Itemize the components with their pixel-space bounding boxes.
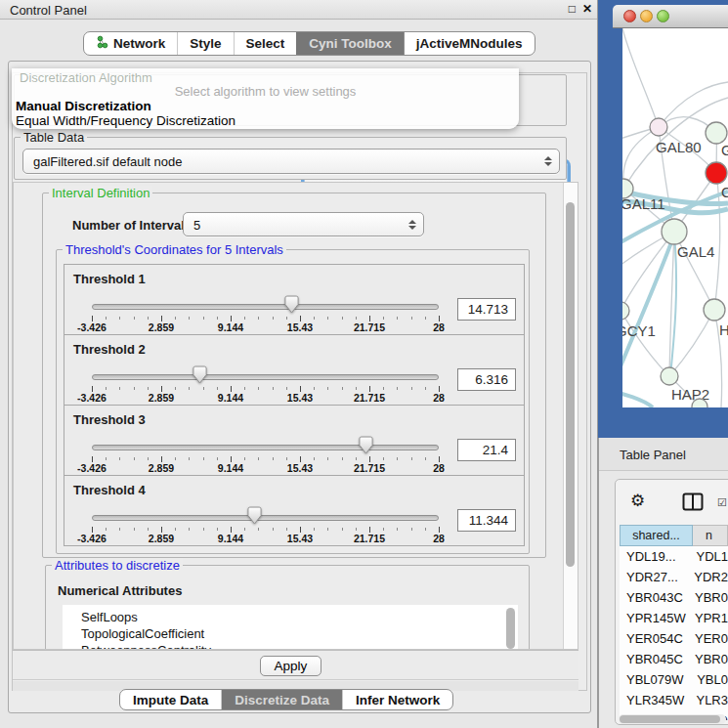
tab-impute-data[interactable]: Impute Data <box>120 690 221 709</box>
threshold-slider[interactable] <box>92 436 439 455</box>
column-header-shared-name[interactable]: shared... <box>620 525 693 546</box>
dropdown-option-manual-discretization[interactable]: Manual Discretization <box>16 99 151 113</box>
tab-style[interactable]: Style <box>177 32 233 55</box>
tab-label: Select <box>246 36 285 51</box>
attribute-list-scrollbar[interactable] <box>506 608 515 649</box>
network-node-gal80[interactable] <box>650 118 667 136</box>
tab-network[interactable]: Network <box>84 32 177 55</box>
slider-thumb-icon[interactable] <box>284 295 299 314</box>
algorithm-group-legend-ghost: Discretization Algorithm <box>20 70 152 85</box>
cell-name[interactable]: YDL1 <box>687 546 728 567</box>
slider-track[interactable] <box>92 374 439 380</box>
cell-shared-name[interactable]: YBR045C <box>620 649 686 669</box>
network-node-h[interactable] <box>704 299 725 321</box>
cell-shared-name[interactable]: YBR043C <box>620 587 686 608</box>
tab-select[interactable]: Select <box>234 32 297 55</box>
control-panel: Control Panel □ ✕ NetworkStyleSelectCyni… <box>0 0 598 728</box>
slider-track[interactable] <box>92 515 439 521</box>
table-horizontal-scrollbar-thumb[interactable] <box>620 715 720 723</box>
slider-tick-labels: -3.4262.8599.14415.4321.71528 <box>92 321 439 333</box>
cell-shared-name[interactable]: YBL079W <box>620 669 688 690</box>
gear-icon[interactable]: ⚙ <box>630 491 645 511</box>
slider-thumb-icon[interactable] <box>193 365 207 384</box>
apply-button[interactable]: Apply <box>260 656 322 676</box>
minor-tick <box>175 387 176 390</box>
network-node-gcy1[interactable] <box>622 302 629 320</box>
table-row[interactable]: YLR345WYLR3 <box>620 690 728 710</box>
threshold-value-field[interactable]: 14.713 <box>457 298 516 321</box>
slider-track[interactable] <box>92 445 439 450</box>
threshold-value-field[interactable]: 11.344 <box>457 509 516 532</box>
cell-shared-name[interactable]: YPR145W <box>620 608 686 628</box>
network-node-hap2[interactable] <box>661 367 678 385</box>
slider-thumb-icon[interactable] <box>359 436 373 454</box>
float-window-icon[interactable]: □ <box>569 2 576 16</box>
cell-shared-name[interactable]: YDR27... <box>620 567 685 587</box>
minor-tick <box>342 457 343 460</box>
network-window-titlebar[interactable] <box>613 5 728 28</box>
attributes-group-legend: Attributes to discretize <box>52 558 183 573</box>
close-icon[interactable]: ✕ <box>582 2 592 16</box>
table-row[interactable]: YDR27...YDR2 <box>620 567 728 587</box>
attribute-item-topologicalcoefficient[interactable]: TopologicalCoefficient <box>63 625 518 642</box>
minimize-traffic-light-icon[interactable] <box>640 10 653 22</box>
minor-tick <box>425 528 426 531</box>
close-traffic-light-icon[interactable] <box>623 10 636 22</box>
network-node-c[interactable] <box>706 162 727 184</box>
network-node-gal4[interactable] <box>662 219 687 244</box>
table-row[interactable]: YBR045CYBR0 <box>620 649 728 669</box>
cell-name[interactable]: YLR3 <box>687 690 728 710</box>
table-row[interactable]: YBR043CYBR0 <box>620 587 728 608</box>
tick-label: -3.426 <box>77 533 107 544</box>
cell-shared-name[interactable]: YLR345W <box>620 690 687 710</box>
network-canvas[interactable]: GAL80GCGAL11GAL4GCY1HHAP2 <box>622 28 728 407</box>
checkbox-filter-icons[interactable]: ☑☑ <box>717 496 728 509</box>
threshold-value-field[interactable]: 6.316 <box>457 368 516 391</box>
table-row[interactable]: YPR145WYPR1 <box>620 608 728 628</box>
settings-scrollbar[interactable] <box>563 183 578 649</box>
table-row[interactable]: YER054CYER0 <box>620 628 728 649</box>
table-row[interactable]: YDL19...YDL1 <box>620 546 728 567</box>
table-data-combobox[interactable]: galFiltered.sif default node <box>22 149 560 174</box>
number-of-intervals-combobox[interactable]: 5 <box>183 212 424 236</box>
cell-name[interactable]: YBR0 <box>686 649 728 669</box>
attribute-item-selfloops[interactable]: SelfLoops <box>63 609 518 625</box>
attribute-list[interactable]: SelfLoopsTopologicalCoefficientBetweenne… <box>63 605 518 650</box>
threshold-slider[interactable] <box>92 365 439 385</box>
threshold-row: Threshold 4 -3.4262.8599.14415.4321.7152… <box>64 475 525 546</box>
minor-tick <box>119 387 120 390</box>
cell-name[interactable]: YPR1 <box>686 608 728 628</box>
tab-cyni-toolbox[interactable]: Cyni Toolbox <box>296 32 404 55</box>
dropdown-option-equal-width-frequency[interactable]: Equal Width/Frequency Discretization <box>16 113 236 128</box>
split-columns-icon[interactable] <box>682 492 704 514</box>
minor-tick <box>383 457 384 460</box>
threshold-value-field[interactable]: 21.4 <box>457 439 516 461</box>
cell-name[interactable]: YER0 <box>686 628 728 649</box>
zoom-traffic-light-icon[interactable] <box>657 10 669 22</box>
column-header-name[interactable]: n <box>693 525 728 546</box>
table-horizontal-scrollbar[interactable] <box>619 714 726 724</box>
threshold-slider[interactable] <box>92 506 439 526</box>
slider-thumb-icon[interactable] <box>247 506 262 525</box>
tab-infer-network[interactable]: Infer Network <box>342 690 452 709</box>
tab-jactivemnodules[interactable]: jActiveMNodules <box>404 32 535 55</box>
threshold-slider[interactable] <box>92 295 439 315</box>
dropdown-prompt[interactable]: Select algorithm to view settings <box>12 84 519 99</box>
table-row[interactable]: YBL079WYBL0 <box>620 669 728 690</box>
cell-shared-name[interactable]: YDL19... <box>620 546 687 567</box>
cell-name[interactable]: YBL0 <box>688 669 728 690</box>
attribute-item-betweennesscentrality[interactable]: BetweennessCentrality <box>63 642 518 650</box>
network-node-g[interactable] <box>706 122 727 144</box>
tab-discretize-data[interactable]: Discretize Data <box>221 690 342 709</box>
minor-tick <box>119 457 120 460</box>
cell-shared-name[interactable]: YER054C <box>620 628 686 649</box>
node-label: GAL80 <box>656 139 702 155</box>
minor-tick <box>342 528 343 531</box>
tab-bar: NetworkStyleSelectCyni ToolboxjActiveMNo… <box>83 31 535 56</box>
slider-track[interactable] <box>92 304 439 310</box>
cell-name[interactable]: YDR2 <box>685 567 728 587</box>
cell-name[interactable]: YBR0 <box>686 587 728 608</box>
settings-scrollbar-thumb[interactable] <box>566 202 575 567</box>
tick-label: 9.144 <box>218 321 243 333</box>
edge <box>622 28 659 127</box>
